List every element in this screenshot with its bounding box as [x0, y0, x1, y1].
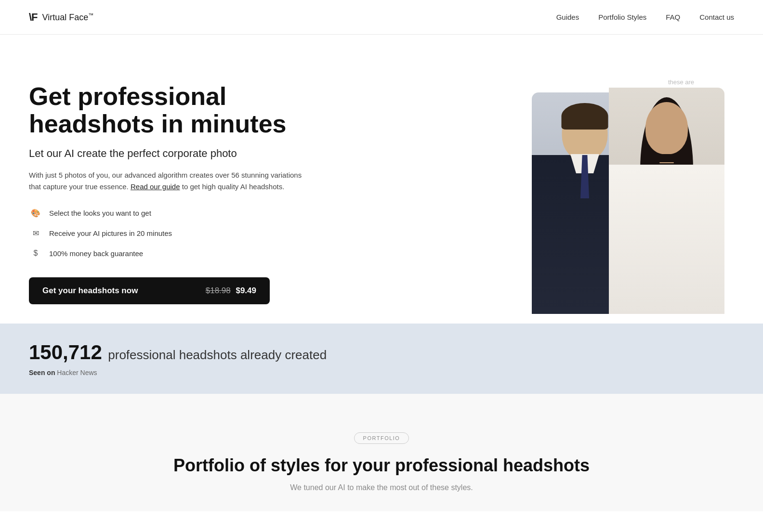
- feature-item-1: ✉ Receive your AI pictures in 20 minutes: [29, 226, 308, 240]
- seen-on-source: Hacker News: [57, 369, 97, 376]
- portfolio-badge: PORTFOLIO: [354, 432, 409, 444]
- feature-item-0: 🎨 Select the looks you want to get: [29, 206, 308, 220]
- feature-item-2: $ 100% money back guarantee: [29, 247, 308, 260]
- price-new: $9.49: [236, 286, 256, 295]
- hero-image-area: these are virtual faces: [308, 73, 734, 314]
- portfolio-section: PORTFOLIO Portfolio of styles for your p…: [0, 394, 763, 511]
- hero-description: With just 5 photos of you, our advanced …: [29, 169, 308, 193]
- logo-name: Virtual Face™: [42, 12, 94, 23]
- nav-links: Guides Portfolio Styles FAQ Contact us: [556, 13, 734, 21]
- hero-section: Get professional headshots in minutes Le…: [0, 35, 763, 324]
- nav-link-contact[interactable]: Contact us: [699, 13, 734, 21]
- seen-on: Seen on Hacker News: [29, 369, 734, 376]
- stats-count-line: 150,712 professional headshots already c…: [29, 341, 734, 364]
- hero-photo: [503, 78, 734, 314]
- hero-content: Get professional headshots in minutes Le…: [29, 83, 308, 304]
- feature-text-1: Receive your AI pictures in 20 minutes: [49, 229, 172, 237]
- logo[interactable]: \F Virtual Face™: [29, 11, 93, 24]
- feature-text-2: 100% money back guarantee: [49, 249, 143, 258]
- nav-link-guides[interactable]: Guides: [556, 13, 579, 21]
- stats-number: 150,712: [29, 341, 102, 363]
- price-old: $18.98: [206, 286, 231, 295]
- nav-link-faq[interactable]: FAQ: [666, 13, 680, 21]
- email-icon: ✉: [29, 226, 42, 240]
- nav-link-portfolio-styles[interactable]: Portfolio Styles: [598, 13, 646, 21]
- stats-text: professional headshots already created: [108, 348, 327, 362]
- hero-subheading: Let our AI create the perfect corporate …: [29, 147, 308, 160]
- features-list: 🎨 Select the looks you want to get ✉ Rec…: [29, 206, 308, 260]
- read-guide-link[interactable]: Read our guide: [131, 182, 180, 191]
- cta-label: Get your headshots now: [42, 286, 138, 296]
- palette-icon: 🎨: [29, 206, 42, 220]
- feature-text-0: Select the looks you want to get: [49, 209, 151, 217]
- money-icon: $: [29, 247, 42, 260]
- portfolio-heading: Portfolio of styles for your professiona…: [29, 455, 734, 476]
- hero-heading: Get professional headshots in minutes: [29, 83, 308, 138]
- logo-mark: \F: [29, 11, 38, 24]
- navbar: \F Virtual Face™ Guides Portfolio Styles…: [0, 0, 763, 35]
- stats-banner: 150,712 professional headshots already c…: [0, 324, 763, 394]
- portfolio-subheading: We tuned our AI to make the most out of …: [29, 483, 734, 492]
- cta-button[interactable]: Get your headshots now $18.98 $9.49: [29, 277, 270, 304]
- cta-pricing: $18.98 $9.49: [206, 286, 256, 296]
